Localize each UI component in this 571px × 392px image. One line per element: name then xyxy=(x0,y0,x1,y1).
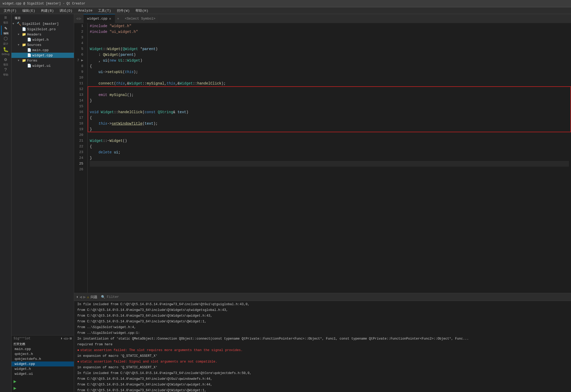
problems-nav-right[interactable]: ▷ xyxy=(84,295,86,299)
open-doc-qobject-h[interactable]: qobject.h xyxy=(11,352,74,357)
menu-debug[interactable]: 调试(D) xyxy=(57,8,75,14)
problem-item-6[interactable]: In instantiation of 'static QMetaObject:… xyxy=(74,336,571,342)
activity-edit[interactable]: ✎ 编辑 xyxy=(1,26,10,35)
code-content[interactable]: #include "widget.h" #include "ui_widget.… xyxy=(88,23,571,293)
tree-main-cpp[interactable]: 📄 main.cpp xyxy=(11,47,74,53)
problem-item-2[interactable]: from C:\Qt\Qt5.14.0\5.14.0\mingw73_64\in… xyxy=(74,313,571,319)
ln-10: 10 xyxy=(74,75,85,81)
expand-icon[interactable]: ⊡ xyxy=(70,336,72,341)
tree-headers-folder[interactable]: ▼ 📁 Headers xyxy=(11,32,74,37)
problem-item-1[interactable]: from C:\Qt\Qt5.14.0\5.14.0\mingw73_64\in… xyxy=(74,307,571,313)
menu-tools[interactable]: 工具(T) xyxy=(96,8,114,14)
tree-widget-cpp[interactable]: 📄 widget.cpp xyxy=(11,53,74,58)
pro-icon: 📄 xyxy=(22,27,26,31)
tab-nav-right[interactable]: ▷ xyxy=(79,16,81,21)
code-line-25[interactable] xyxy=(90,161,569,167)
tab-nav-left[interactable]: ◁ xyxy=(76,16,78,21)
activity-project[interactable]: ≡ 项目 xyxy=(1,15,10,25)
problems-filter-icon[interactable]: 🔍 xyxy=(101,295,105,299)
tree-widget-h[interactable]: 📄 widget.h xyxy=(11,37,74,42)
code-line-16[interactable]: void Widget::handelClick(const QString& … xyxy=(90,109,569,115)
tab-close-widget-cpp[interactable]: ✕ xyxy=(109,16,111,21)
code-line-19[interactable]: } xyxy=(90,126,569,132)
tree-sigalsolot-pro[interactable]: 📄 SigalSolot.pro xyxy=(11,27,74,32)
problem-item-7[interactable]: required from here xyxy=(74,342,571,347)
menu-analyze[interactable]: Analyze xyxy=(76,8,95,13)
problem-item-15[interactable]: from C:\Qt\Qt5.14.0\5.14.0\mingw73_64\in… xyxy=(74,388,571,392)
sidebar-tree: ▼ 🔨 SigalSlot [master] 📄 SigalSolot.pro … xyxy=(11,21,74,335)
problem-item-4[interactable]: from ..\SigalSolot\widget.h:4, xyxy=(74,324,571,330)
code-line-18[interactable]: this->setWindowTitle(text); xyxy=(90,121,569,126)
code-line-10[interactable] xyxy=(90,75,569,81)
code-line-22[interactable]: { xyxy=(90,144,569,149)
project-icon: ≡ xyxy=(4,15,7,20)
upload-icon[interactable]: ⬆ xyxy=(61,336,63,341)
ln-26: 26 xyxy=(74,167,85,172)
code-line-12[interactable] xyxy=(90,86,569,92)
problem-item-13[interactable]: from C:\Qt\Qt5.14.0\5.14.0\mingw73_64\in… xyxy=(74,376,571,382)
problem-item-8[interactable]: ●static assertion failed: The slot requi… xyxy=(74,347,571,353)
problem-item-3[interactable]: from C:\Qt\Qt5.14.0\5.14.0\mingw73_64\in… xyxy=(74,319,571,324)
problem-item-10[interactable]: ●static assertion failed: Signal and slo… xyxy=(74,359,571,365)
tree-widget-ui[interactable]: 📄 widget.ui xyxy=(11,63,74,68)
code-line-7[interactable]: , ui(new Ui::Widget) xyxy=(90,58,569,63)
code-line-6[interactable]: : QWidget(parent) xyxy=(90,52,569,58)
code-line-15[interactable] xyxy=(90,104,569,109)
code-line-2[interactable]: #include "ui_widget.h" xyxy=(90,29,569,35)
open-doc-main-cpp[interactable]: main.cpp xyxy=(11,347,74,352)
ln-3: 3 xyxy=(74,35,85,40)
activity-design[interactable]: ⬡ 设计 xyxy=(1,36,10,45)
menu-edit[interactable]: 编辑(E) xyxy=(20,8,38,14)
code-line-11[interactable]: connect(this,&Widget::mySignal,this,&Wid… xyxy=(90,81,569,86)
activity-debug[interactable]: 🐛 Debug xyxy=(1,46,10,56)
code-area: 1 2 3 4 5 6 7 ▶ 8 9 10 11 12 13 14 15 16 xyxy=(74,23,571,293)
activity-settings[interactable]: ⚙ 项目 xyxy=(1,57,10,66)
code-line-21[interactable]: Widget::~Widget() xyxy=(90,138,569,144)
widget-h-icon: 📄 xyxy=(27,38,31,42)
nav-right-icon[interactable]: ▷ xyxy=(67,336,69,341)
code-line-26[interactable] xyxy=(90,167,569,172)
run-icon[interactable]: ▶ xyxy=(14,378,16,384)
debug-run-icon[interactable]: ▶ xyxy=(14,385,16,391)
tab-widget-cpp[interactable]: widget.cpp ✕ xyxy=(84,14,115,23)
tab-bar: ◁ ▷ widget.cpp ✕ ✕ <Select Symbol> xyxy=(74,14,571,23)
debug-run-button-row[interactable]: ▶ xyxy=(14,385,72,391)
problem-item-11[interactable]: in expansion of macro 'Q_STATIC_ASSERT_X… xyxy=(74,365,571,370)
problem-item-12[interactable]: In file included from C:\Qt\Qt5.14.0\5.1… xyxy=(74,370,571,376)
tree-forms-folder[interactable]: ▼ 📁 Forms xyxy=(11,58,74,63)
code-line-24[interactable]: } xyxy=(90,155,569,161)
ln-14: 14 xyxy=(74,98,85,104)
tree-sources-folder[interactable]: ▼ 📁 Sources xyxy=(11,42,74,47)
problems-nav-left[interactable]: ◁ xyxy=(80,295,82,299)
code-line-9[interactable]: ui->setupUi(this); xyxy=(90,69,569,75)
menu-file[interactable]: 文件(F) xyxy=(1,8,19,14)
code-line-5[interactable]: Widget::Widget(QWidget *parent) xyxy=(90,46,569,52)
nav-left-icon[interactable]: ◁ xyxy=(64,336,66,341)
open-doc-qobjectdefs-h[interactable]: qobjectdefs.h xyxy=(11,357,74,361)
code-line-23[interactable]: delete ui; xyxy=(90,149,569,155)
problem-item-9[interactable]: in expansion of macro 'Q_STATIC_ASSERT_X… xyxy=(74,353,571,359)
problems-upload-icon[interactable]: ⬆ xyxy=(76,295,78,299)
code-line-8[interactable]: { xyxy=(90,63,569,69)
activity-help[interactable]: ? 帮助 xyxy=(1,67,10,77)
menu-build[interactable]: 构建(B) xyxy=(38,8,56,14)
code-line-17[interactable]: { xyxy=(90,115,569,121)
code-line-4[interactable] xyxy=(90,40,569,46)
tree-root[interactable]: ▼ 🔨 SigalSlot [master] xyxy=(11,21,74,27)
code-line-14[interactable]: } xyxy=(90,98,569,104)
open-doc-widget-ui[interactable]: widget.ui xyxy=(11,371,74,376)
menu-controls[interactable]: 控件(W) xyxy=(114,8,132,14)
problem-item-0[interactable]: In file included from C:\Qt\Qt5.14.0\5.1… xyxy=(74,301,571,307)
code-line-13[interactable]: emit mySignal(); xyxy=(90,92,569,98)
code-line-20[interactable] xyxy=(90,132,569,138)
ln-4: 4 xyxy=(74,40,85,46)
code-line-3[interactable] xyxy=(90,35,569,40)
tab-select-symbol[interactable]: <Select Symbol> xyxy=(121,14,159,23)
open-doc-widget-cpp[interactable]: widget.cpp xyxy=(11,361,74,366)
run-button-row[interactable]: ▶ xyxy=(14,378,72,384)
code-line-1[interactable]: #include "widget.h" xyxy=(90,23,569,29)
menu-help[interactable]: 帮助(H) xyxy=(133,8,151,14)
problem-item-5[interactable]: from ..\SigalSolot\widget.cpp:1: xyxy=(74,330,571,336)
open-doc-widget-h[interactable]: widget.h xyxy=(11,366,74,371)
problem-item-14[interactable]: from C:\Qt\Qt5.14.0\5.14.0\mingw73_64\in… xyxy=(74,382,571,388)
